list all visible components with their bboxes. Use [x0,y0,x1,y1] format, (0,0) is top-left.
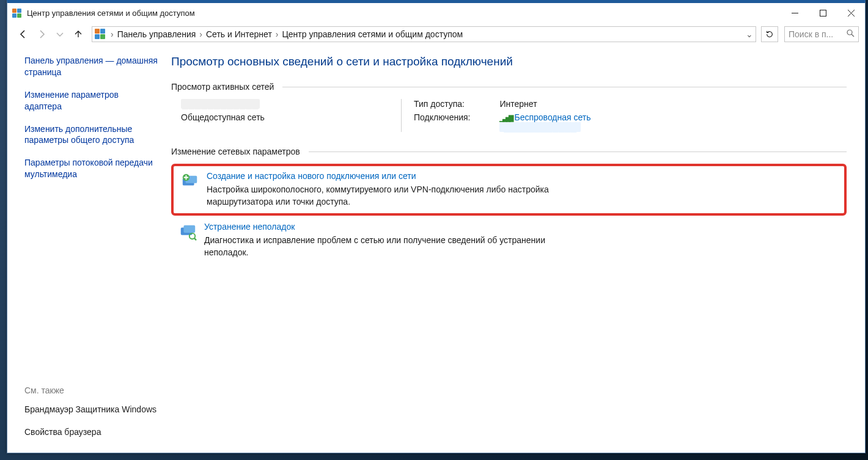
network-name: ████████████ [181,99,260,109]
refresh-button[interactable] [761,26,778,42]
svg-rect-6 [183,225,195,232]
network-type: Общедоступная сеть [181,112,401,122]
troubleshoot-icon [177,222,198,243]
breadcrumb-item[interactable]: Сеть и Интернет [204,29,274,39]
recent-button[interactable] [51,26,68,43]
page-title: Просмотр основных сведений о сети и наст… [171,55,847,68]
app-icon [12,9,22,18]
see-also-browser[interactable]: Свойства браузера [24,426,158,438]
close-button[interactable] [837,4,865,23]
sidebar: Панель управления — домашняя страница Из… [7,45,166,453]
see-also-firewall[interactable]: Брандмауэр Защитника Windows [24,404,158,415]
sidebar-link-streaming[interactable]: Параметры потоковой передачи мультимедиа [24,157,158,180]
titlebar: Центр управления сетями и общим доступом [7,3,865,23]
main-pane: Просмотр основных сведений о сети и наст… [166,45,865,453]
signal-icon: ▁▃▅▇ [499,114,512,122]
connections-label: Подключения: [414,112,470,132]
sidebar-link-sharing[interactable]: Изменить дополнительные параметры общего… [24,123,158,147]
option-description: Настройка широкополосного, коммутируемог… [207,183,586,208]
sidebar-link-home[interactable]: Панель управления — домашняя страница [24,55,158,78]
control-panel-icon [95,29,106,40]
option-description: Диагностика и исправление проблем с сеть… [204,234,583,259]
svg-rect-0 [820,10,826,16]
maximize-button[interactable] [809,4,837,23]
option-new-connection[interactable]: Создание и настройка нового подключения … [171,164,847,216]
search-icon [847,29,855,39]
search-placeholder: Поиск в п... [789,29,833,39]
option-troubleshoot[interactable]: Устранение неполадокДиагностика и исправ… [171,218,847,263]
forward-button[interactable] [33,26,50,43]
option-title: Устранение неполадок [204,222,583,232]
content: Панель управления — домашняя страница Из… [7,45,865,453]
connection-link[interactable]: Беспроводная сеть [514,112,590,122]
chevron-right-icon: › [109,29,115,39]
breadcrumb-item[interactable]: Панель управления [115,29,199,39]
address-bar[interactable]: › Панель управления › Сеть и Интернет › … [92,26,756,42]
options-list: Создание и настройка нового подключения … [171,164,847,262]
active-network-row: ████████████ Общедоступная сеть Тип дост… [171,99,847,144]
connection-name: (████████████) [499,122,580,132]
up-button[interactable] [70,26,87,43]
chevron-down-icon[interactable]: ⌄ [746,29,753,39]
see-also-label: См. также [24,385,158,395]
window-title: Центр управления сетями и общим доступом [27,9,781,18]
section-active-networks: Просмотр активных сетей [171,82,847,92]
back-button[interactable] [15,26,32,43]
window: Центр управления сетями и общим доступом… [7,0,866,453]
minimize-button[interactable] [781,4,809,23]
connections-value: ▁▃▅▇Беспроводная сеть (████████████) [499,112,590,132]
chevron-right-icon: › [274,29,280,39]
access-type-label: Тип доступа: [414,99,470,109]
search-input[interactable]: Поиск в п... [784,26,859,42]
option-title: Создание и настройка нового подключения … [207,171,586,181]
breadcrumb-item[interactable]: Центр управления сетями и общим доступом [279,29,465,39]
navbar: › Панель управления › Сеть и Интернет › … [7,23,865,45]
sidebar-link-adapter[interactable]: Изменение параметров адаптера [24,89,158,112]
chevron-right-icon: › [198,29,204,39]
access-type-value: Интернет [499,99,590,109]
add-connection-icon [180,171,200,192]
svg-point-1 [847,30,852,35]
section-change-settings: Изменение сетевых параметров [171,147,847,156]
